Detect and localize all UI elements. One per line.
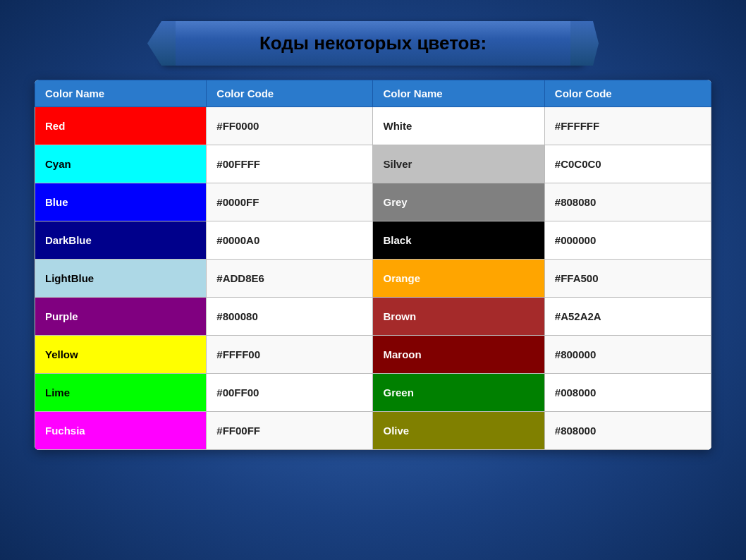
left-code-label: #00FFFF: [216, 158, 260, 170]
col-header-color-code-2: Color Code: [544, 80, 711, 107]
table-row: Blue#0000FFGrey#808080: [35, 183, 711, 221]
table-container: Color Name Color Code Color Name Color C…: [35, 80, 711, 450]
color-table: Color Name Color Code Color Name Color C…: [35, 80, 711, 450]
right-color-label: Maroon: [383, 348, 421, 360]
banner-wrap: Коды некоторых цветов:: [161, 21, 585, 66]
right-color-code-cell: #800000: [544, 336, 711, 374]
right-color-label: Green: [383, 386, 413, 398]
right-color-name-cell: Maroon: [373, 336, 544, 374]
right-color-name-cell: White: [373, 107, 544, 145]
right-color-label: White: [383, 120, 412, 132]
right-color-code-cell: #FFA500: [544, 260, 711, 298]
left-color-code-cell: #FF00FF: [207, 412, 373, 450]
left-color-code-cell: #00FF00: [207, 374, 373, 412]
left-color-name-cell: Blue: [35, 183, 207, 221]
right-code-label: #FFA500: [555, 272, 599, 284]
left-code-label: #FFFF00: [216, 348, 260, 360]
right-color-code-cell: #C0C0C0: [544, 145, 711, 183]
left-color-label: LightBlue: [45, 272, 94, 284]
right-color-name-cell: Green: [373, 374, 544, 412]
right-color-label: Brown: [383, 310, 416, 322]
left-color-label: Blue: [45, 196, 68, 208]
col-header-color-code-1: Color Code: [207, 80, 373, 107]
right-code-label: #A52A2A: [555, 310, 601, 322]
table-row: Fuchsia#FF00FFOlive#808000: [35, 412, 711, 450]
right-code-label: #C0C0C0: [555, 158, 601, 170]
right-code-label: #000000: [555, 234, 596, 246]
table-row: DarkBlue#0000A0Black#000000: [35, 221, 711, 260]
left-color-label: Fuchsia: [45, 425, 85, 437]
left-code-label: #0000A0: [216, 234, 259, 246]
left-color-code-cell: #FF0000: [207, 107, 373, 145]
col-header-color-name-2: Color Name: [373, 80, 544, 107]
right-color-label: Orange: [383, 272, 420, 284]
right-color-code-cell: #808080: [544, 183, 711, 221]
right-code-label: #808080: [555, 196, 596, 208]
table-header-row: Color Name Color Code Color Name Color C…: [35, 80, 711, 107]
right-color-name-cell: Silver: [373, 145, 544, 183]
left-color-code-cell: #800080: [207, 298, 373, 336]
table-row: Purple#800080Brown#A52A2A: [35, 298, 711, 336]
right-color-label: Olive: [383, 425, 409, 437]
left-color-label: Purple: [45, 310, 78, 322]
col-header-color-name-1: Color Name: [35, 80, 207, 107]
banner-title: Коды некоторых цветов:: [259, 32, 487, 54]
right-color-label: Grey: [383, 196, 407, 208]
left-color-name-cell: Fuchsia: [35, 412, 207, 450]
right-color-name-cell: Brown: [373, 298, 544, 336]
right-color-code-cell: #000000: [544, 221, 711, 260]
left-color-code-cell: #0000FF: [207, 183, 373, 221]
left-code-label: #00FF00: [216, 386, 259, 398]
right-color-name-cell: Olive: [373, 412, 544, 450]
right-color-name-cell: Orange: [373, 260, 544, 298]
left-color-name-cell: Purple: [35, 298, 207, 336]
table-row: LightBlue#ADD8E6Orange#FFA500: [35, 260, 711, 298]
left-color-name-cell: LightBlue: [35, 260, 207, 298]
left-color-name-cell: Lime: [35, 374, 207, 412]
right-code-label: #800000: [555, 348, 596, 360]
table-row: Cyan#00FFFFSilver#C0C0C0: [35, 145, 711, 183]
left-color-label: Lime: [45, 386, 70, 398]
right-color-label: Silver: [383, 158, 412, 170]
table-row: Yellow#FFFF00Maroon#800000: [35, 336, 711, 374]
left-color-name-cell: Cyan: [35, 145, 207, 183]
left-color-label: Yellow: [45, 348, 78, 360]
right-color-code-cell: #008000: [544, 374, 711, 412]
left-color-code-cell: #ADD8E6: [207, 260, 373, 298]
left-color-name-cell: DarkBlue: [35, 221, 207, 260]
left-code-label: #FF0000: [216, 120, 259, 132]
left-code-label: #800080: [216, 310, 257, 322]
right-color-code-cell: #FFFFFF: [544, 107, 711, 145]
right-code-label: #808000: [555, 425, 596, 437]
left-color-name-cell: Red: [35, 107, 207, 145]
right-color-name-cell: Grey: [373, 183, 544, 221]
right-color-label: Black: [383, 234, 411, 246]
left-color-code-cell: #FFFF00: [207, 336, 373, 374]
left-color-name-cell: Yellow: [35, 336, 207, 374]
banner: Коды некоторых цветов:: [161, 21, 585, 66]
right-color-code-cell: #A52A2A: [544, 298, 711, 336]
right-color-name-cell: Black: [373, 221, 544, 260]
right-code-label: #008000: [555, 386, 596, 398]
table-row: Lime#00FF00Green#008000: [35, 374, 711, 412]
left-code-label: #FF00FF: [216, 425, 260, 437]
left-color-label: DarkBlue: [45, 234, 92, 246]
table-row: Red#FF0000White#FFFFFF: [35, 107, 711, 145]
left-color-code-cell: #00FFFF: [207, 145, 373, 183]
left-code-label: #0000FF: [216, 196, 259, 208]
left-color-code-cell: #0000A0: [207, 221, 373, 260]
left-code-label: #ADD8E6: [216, 272, 264, 284]
left-color-label: Cyan: [45, 158, 71, 170]
left-color-label: Red: [45, 120, 65, 132]
right-code-label: #FFFFFF: [555, 120, 599, 132]
right-color-code-cell: #808000: [544, 412, 711, 450]
